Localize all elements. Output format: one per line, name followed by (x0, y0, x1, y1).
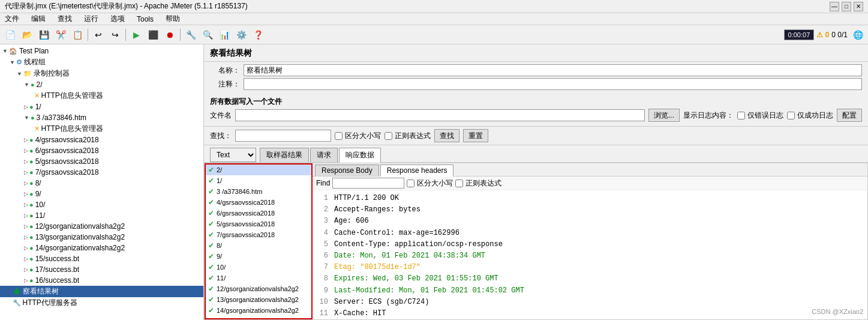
tree-item-threadgroup[interactable]: ▼ ⚙ 线程组 (0, 56, 203, 68)
error-log-checkbox[interactable] (737, 112, 745, 119)
network-button[interactable]: 🌐 (850, 27, 866, 43)
tab-response-body[interactable]: Response Body (315, 165, 379, 176)
new-button[interactable]: 📄 (2, 27, 18, 43)
tree-item-7[interactable]: ▷ ● 7/gsrsaovssica2018 (0, 167, 203, 178)
find-regex-checkbox[interactable] (455, 180, 463, 187)
chart-button[interactable]: 📊 (217, 27, 232, 43)
menu-help[interactable]: 帮助 (163, 14, 182, 24)
result-item-10[interactable]: ✔ 10/ (206, 262, 311, 273)
tree-item-14[interactable]: ▷ ● 14/gsorganizationvalsha2g2 (0, 243, 203, 253)
find-input[interactable] (332, 178, 404, 189)
menu-find[interactable]: 查找 (55, 14, 74, 24)
case-checkbox[interactable] (335, 132, 343, 140)
maximize-button[interactable]: □ (842, 2, 851, 11)
response-content: 1 HTTP/1.1 200 OK 2 Accept-Ranges: bytes… (313, 190, 867, 319)
browse-button[interactable]: 浏览... (648, 109, 680, 122)
tree-item-http-header-1[interactable]: ✕ HTTP信息头管理器 (0, 90, 203, 101)
tab-request[interactable]: 请求 (310, 148, 338, 162)
undo-button[interactable]: ↩ (91, 27, 106, 43)
tree-item-3[interactable]: ▼ ● 3 /a373846.htm (0, 112, 203, 123)
open-button[interactable]: 📂 (19, 27, 35, 43)
title-bar: 代理录制.jmx (E:\jmetertest\代理录制.jmx) - Apac… (0, 0, 868, 13)
tab-response-data[interactable]: 响应数据 (339, 148, 381, 163)
find-case-option[interactable]: 区分大小写 (407, 178, 453, 189)
tree-item-12[interactable]: ▷ ● 12/gsorganizationvalsha2g2 (0, 221, 203, 232)
result-item-3[interactable]: ✔ 3 /a373846.htm (206, 186, 311, 197)
tree-item-2[interactable]: ▼ ● 2/ (0, 79, 203, 90)
stop-button[interactable]: ⬛ (145, 27, 161, 43)
results-list[interactable]: ✔ 2/ ✔ 1/ ✔ 3 /a373846.htm ✔ 4/gsrsaovss… (205, 163, 313, 319)
config-button[interactable]: 配置 (837, 109, 862, 122)
tree-item-8[interactable]: ▷ ● 8/ (0, 178, 203, 189)
menu-tools[interactable]: Tools (134, 15, 156, 23)
format-dropdown[interactable]: Text JSON XML HTML (210, 148, 256, 162)
name-input[interactable] (244, 64, 862, 76)
menu-options[interactable]: 选项 (108, 14, 127, 24)
tree-item-recorder[interactable]: ▼ 📁 录制控制器 (0, 68, 203, 79)
close-button[interactable]: ✕ (854, 2, 863, 11)
menu-edit[interactable]: 编辑 (29, 14, 48, 24)
search-input[interactable] (235, 130, 331, 142)
find-case-checkbox[interactable] (407, 180, 415, 187)
settings-button[interactable]: 🔧 (183, 27, 199, 43)
case-sensitive-option[interactable]: 区分大小写 (335, 131, 381, 141)
success-log-option[interactable]: 仅成功日志 (787, 110, 833, 121)
record-button[interactable]: ⏺ (162, 27, 178, 43)
result-item-1[interactable]: ✔ 1/ (206, 175, 311, 186)
tree-item-results[interactable]: 🌲 察看结果树 (0, 286, 203, 297)
search-label: 查找： (210, 131, 232, 141)
success-log-checkbox[interactable] (787, 112, 795, 119)
sample-icon: ● (31, 81, 35, 88)
sample-icon: ● (29, 136, 34, 143)
redo-button[interactable]: ↪ (107, 27, 123, 43)
tree-item-6[interactable]: ▷ ● 6/gsrsaovssica2018 (0, 145, 203, 156)
result-item-15[interactable]: ✔ 15/success.bt (206, 316, 311, 319)
regex-option[interactable]: 正则表达式 (385, 131, 431, 141)
tree-item-16[interactable]: ▷ ● 16/success.bt (0, 275, 203, 286)
tree-item-11[interactable]: ▷ ● 11/ (0, 210, 203, 221)
result-item-6[interactable]: ✔ 6/gsrsaovssica2018 (206, 208, 311, 219)
menu-run[interactable]: 运行 (82, 14, 101, 24)
reset-button[interactable]: 重置 (463, 129, 488, 142)
tree-item-http-header-2[interactable]: ✕ HTTP信息头管理器 (0, 123, 203, 134)
tree-item-9[interactable]: ▷ ● 9/ (0, 189, 203, 199)
help-button[interactable]: ❓ (250, 27, 266, 43)
result-item-4[interactable]: ✔ 4/gsrsaovssica2018 (206, 197, 311, 208)
result-item-12[interactable]: ✔ 12/gsorganizationvalsha2g2 (206, 283, 311, 294)
tree-area[interactable]: ▼ 🏠 Test Plan ▼ ⚙ 线程组 ▼ 📁 录制控制器 ▼ ● 2/ (0, 44, 203, 320)
file-input[interactable] (235, 109, 645, 121)
result-item-8[interactable]: ✔ 8/ (206, 240, 311, 251)
comment-input[interactable] (244, 78, 862, 90)
tree-item-13[interactable]: ▷ ● 13/gsorganizationvalsha2g2 (0, 232, 203, 243)
minimize-button[interactable]: — (830, 2, 839, 11)
result-item-2[interactable]: ✔ 2/ (206, 165, 311, 175)
tree-item-15[interactable]: ▷ ● 15/success.bt (0, 253, 203, 264)
search-button[interactable]: 查找 (434, 129, 459, 142)
result-item-5[interactable]: ✔ 5/gsrsaovssica2018 (206, 219, 311, 229)
sample-icon: ● (29, 103, 34, 110)
tree-item-17[interactable]: ▷ ● 17/success.bt (0, 264, 203, 275)
regex-checkbox[interactable] (385, 132, 392, 140)
error-log-option[interactable]: 仅错误日志 (737, 110, 783, 121)
tree-item-testplan[interactable]: ▼ 🏠 Test Plan (0, 46, 203, 56)
result-item-14[interactable]: ✔ 14/gsorganizationvalsha2g2 (206, 305, 311, 316)
tab-response-headers[interactable]: Response headers (380, 165, 454, 177)
result-item-9[interactable]: ✔ 9/ (206, 251, 311, 262)
tree-item-1[interactable]: ▷ ● 1/ (0, 101, 203, 112)
tree-item-5[interactable]: ▷ ● 5/gsrsaovssica2018 (0, 156, 203, 167)
config-button[interactable]: ⚙️ (233, 27, 249, 43)
tab-sampler-results[interactable]: 取样器结果 (260, 148, 309, 162)
result-item-13[interactable]: ✔ 13/gsorganizationvalsha2g2 (206, 294, 311, 305)
search-button[interactable]: 🔍 (200, 27, 215, 43)
tree-item-proxy[interactable]: 🔧 HTTP代理服务器 (0, 297, 203, 309)
tree-item-10[interactable]: ▷ ● 10/ (0, 199, 203, 210)
copy-button[interactable]: 📋 (70, 27, 85, 43)
result-item-11[interactable]: ✔ 11/ (206, 273, 311, 283)
find-regex-option[interactable]: 正则表达式 (455, 178, 501, 189)
result-item-7[interactable]: ✔ 7/gsrsaovssica2018 (206, 229, 311, 240)
run-button[interactable]: ▶ (128, 27, 144, 43)
tree-item-4[interactable]: ▷ ● 4/gsrsaovssica2018 (0, 134, 203, 145)
cut-button[interactable]: ✂️ (53, 27, 68, 43)
menu-file[interactable]: 文件 (2, 14, 22, 24)
save-button[interactable]: 💾 (36, 27, 52, 43)
